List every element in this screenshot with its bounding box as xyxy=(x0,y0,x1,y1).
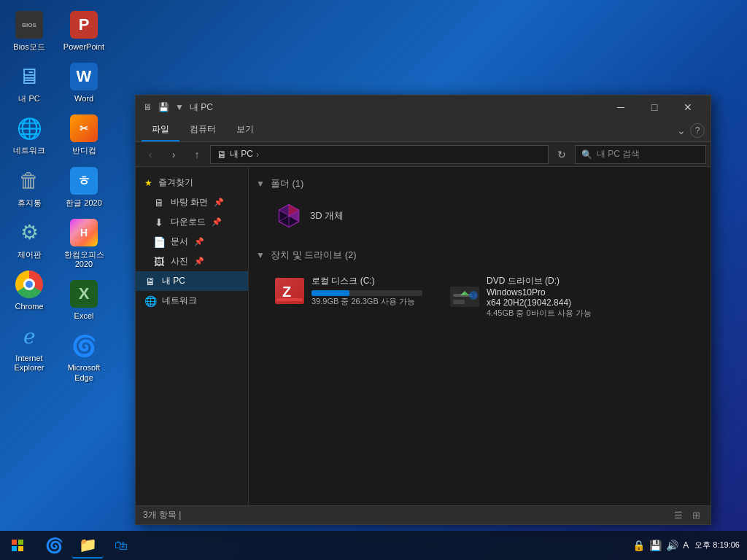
drive-d-name: DVD 드라이브 (D:) Windows10Prox64 20H2(19042… xyxy=(487,275,597,308)
desktop-icon-bandicut[interactable]: ✂ 반디컵 xyxy=(58,111,109,158)
favorites-label: 즐겨찾기 xyxy=(158,176,193,189)
desktop-icon-hangeul[interactable]: ㅎ 한글 2020 xyxy=(58,163,109,211)
bandicut-icon: ✂ xyxy=(70,114,98,142)
ribbon-chevron-icon[interactable]: ⌄ xyxy=(677,125,686,136)
mypc-label: 내 PC xyxy=(18,94,39,104)
sidebar-item-photos[interactable]: 🖼 사진 📌 xyxy=(136,252,248,271)
search-placeholder: 내 PC 검색 xyxy=(597,148,640,160)
volume-icon[interactable]: 🔊 xyxy=(666,540,678,551)
edge-label: MicrosoftEdge xyxy=(68,363,101,382)
desktop-icon-chrome[interactable]: Chrome xyxy=(4,267,55,314)
chrome-icon xyxy=(15,271,43,298)
taskbar-clock[interactable]: 오후 8:19:06 xyxy=(694,540,740,551)
minimize-button[interactable]: ─ xyxy=(604,96,638,119)
maximize-button[interactable]: □ xyxy=(638,96,671,119)
ppt-icon: P xyxy=(70,11,98,39)
close-button[interactable]: ✕ xyxy=(671,96,705,119)
bios-label: Bios모드 xyxy=(13,42,44,52)
back-button[interactable]: ‹ xyxy=(140,145,160,164)
explorer-title: 내 PC xyxy=(190,101,604,114)
desktop-icon-mypc[interactable]: 🖥 내 PC xyxy=(4,59,55,106)
docs-item-label: 문서 xyxy=(171,236,188,248)
drive-d-space: 4.45GB 중 0바이트 사용 가능 xyxy=(487,308,597,319)
title-bar-icons: 🖥 💾 ▼ xyxy=(142,101,185,113)
main-panel: ▼ 폴더 (1) xyxy=(249,167,711,505)
lock-icon: 🔒 xyxy=(632,540,645,551)
desktop-icon-bios[interactable]: BIOS Bios모드 xyxy=(4,7,55,55)
svg-rect-11 xyxy=(276,298,303,301)
drive-item-d[interactable]: DVD 드라이브 (D:) Windows10Prox64 20H2(19042… xyxy=(443,269,603,324)
svg-rect-22 xyxy=(12,546,17,551)
recycle-label: 휴지통 xyxy=(18,198,42,208)
taskbar-app-store[interactable]: 🛍 xyxy=(105,532,137,559)
desktop-icon-edge[interactable]: 🌀 MicrosoftEdge xyxy=(58,328,109,385)
desktop-icon-control[interactable]: ⚙ 제어판 xyxy=(4,215,55,262)
search-box[interactable]: 🔍 내 PC 검색 xyxy=(575,145,706,164)
desktop-icon-col2: P PowerPoint W Word ✂ 반디컵 ㅎ 한글 2020 xyxy=(58,7,109,386)
desktop-icon-small: 🖥 xyxy=(153,197,165,209)
svg-rect-23 xyxy=(18,546,23,551)
ie-icon: ℯ xyxy=(23,324,36,349)
menu-icon: ▼ xyxy=(174,101,185,113)
desktop-icon-hancom[interactable]: H 한컴오피스2020 xyxy=(58,215,109,272)
drive-item-c[interactable]: Z 로컬 디스크 (C:) xyxy=(268,269,428,324)
svg-rect-17 xyxy=(453,300,465,304)
recycle-icon: 🗑 xyxy=(19,168,39,192)
desktop-item-label: 바탕 화면 xyxy=(171,196,208,209)
tab-view[interactable]: 보기 xyxy=(226,119,264,141)
bandicut-label: 반디컵 xyxy=(72,146,96,155)
network-icon: 🌐 xyxy=(17,117,42,141)
address-path[interactable]: 🖥 내 PC › xyxy=(210,145,549,164)
forward-button[interactable]: › xyxy=(163,145,184,164)
sidebar-item-docs[interactable]: 📄 문서 📌 xyxy=(136,232,248,252)
desktop-icon-recycle[interactable]: 🗑 휴지통 xyxy=(4,163,55,211)
ppt-label: PowerPoint xyxy=(63,42,104,52)
svg-text:Z: Z xyxy=(282,284,291,300)
folder-item-3d[interactable]: 3D 개체 xyxy=(268,198,349,234)
tab-computer[interactable]: 컴퓨터 xyxy=(179,119,226,141)
network-icon-sidebar: 🌐 xyxy=(144,295,156,307)
folder-3d-icon xyxy=(274,201,304,231)
mypc-icon: 🖥 xyxy=(18,64,40,89)
bios-icon: BIOS xyxy=(15,11,43,39)
sidebar-item-downloads[interactable]: ⬇ 다운로드 📌 xyxy=(136,212,248,232)
photos-item-label: 사진 xyxy=(171,255,188,268)
svg-rect-21 xyxy=(18,540,23,545)
storage-icon: 💾 xyxy=(649,540,662,551)
search-icon: 🔍 xyxy=(581,149,592,160)
chrome-label: Chrome xyxy=(15,302,43,311)
desktop-icon-ie[interactable]: ℯ InternetExplorer xyxy=(4,319,55,376)
drive-c-bar xyxy=(311,290,349,296)
desktop-icon-network[interactable]: 🌐 네트워크 xyxy=(4,111,55,158)
title-bar: 🖥 💾 ▼ 내 PC ─ □ ✕ xyxy=(136,96,711,119)
drive-c-info: 로컬 디스크 (C:) 39.9GB 중 26.3GB 사용 가능 xyxy=(311,275,422,307)
detail-view-icon[interactable]: ⊞ xyxy=(689,508,703,523)
desktop-icon-ppt[interactable]: P PowerPoint xyxy=(58,7,109,55)
hangeul-label: 한글 2020 xyxy=(66,198,102,208)
status-bar: 3개 항목 | ☰ ⊞ xyxy=(136,505,711,524)
ribbon-help-icon[interactable]: ? xyxy=(690,123,705,138)
pin-icon2: 📌 xyxy=(212,217,222,227)
ribbon-extras: ⌄ ? xyxy=(677,123,711,138)
drives-section: Z 로컬 디스크 (C:) xyxy=(256,269,703,324)
sidebar-item-mypc[interactable]: 🖥 내 PC xyxy=(136,271,248,291)
taskbar-app-explorer[interactable]: 📁 xyxy=(71,532,104,559)
ie-label: InternetExplorer xyxy=(15,354,44,373)
drive-c-name: 로컬 디스크 (C:) xyxy=(311,275,422,287)
tab-file[interactable]: 파일 xyxy=(142,119,179,141)
mypc-item-label: 내 PC xyxy=(162,275,185,287)
desktop-icon-word[interactable]: W Word xyxy=(58,59,109,106)
start-button[interactable] xyxy=(0,531,35,560)
desktop-icon-excel[interactable]: X Excel xyxy=(58,276,109,324)
sidebar-item-network[interactable]: 🌐 네트워크 xyxy=(136,291,248,311)
refresh-button[interactable]: ↻ xyxy=(551,145,572,164)
up-button[interactable]: ↑ xyxy=(187,145,207,164)
content-area: ★ 즐겨찾기 🖥 바탕 화면 📌 ⬇ 다운로드 📌 📄 문서 📌 xyxy=(136,167,711,505)
address-pc-icon: 🖥 xyxy=(217,149,227,160)
taskbar-app-edge[interactable]: 🌀 xyxy=(38,532,70,559)
list-view-icon[interactable]: ☰ xyxy=(671,508,686,523)
sidebar-favorites-header: ★ 즐겨찾기 xyxy=(136,173,248,192)
drives-row: Z 로컬 디스크 (C:) xyxy=(268,269,703,324)
sidebar-item-desktop[interactable]: 🖥 바탕 화면 📌 xyxy=(136,192,248,212)
ime-icon[interactable]: A xyxy=(683,540,689,551)
